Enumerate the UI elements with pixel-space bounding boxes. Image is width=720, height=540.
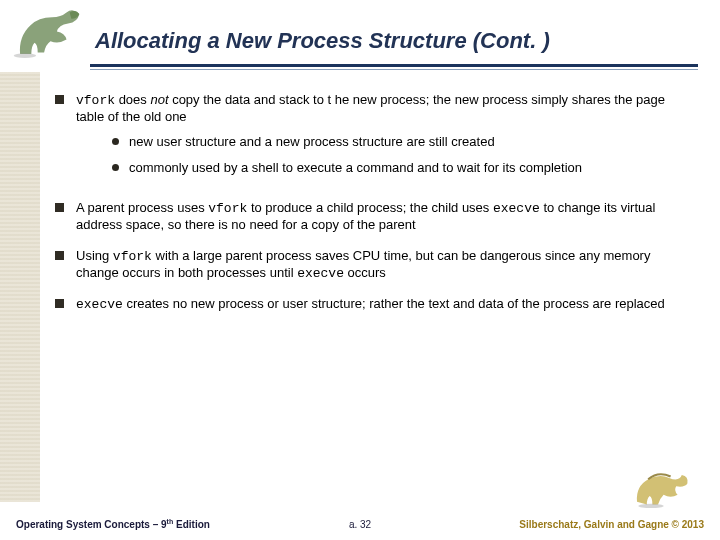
dinosaur-bottom-icon — [630, 462, 700, 512]
bullet-item: execve creates no new process or user st… — [55, 296, 690, 313]
bullet-text: Using vfork with a large parent process … — [76, 248, 690, 283]
code-span: vfork — [76, 93, 115, 108]
bullet-item: Using vfork with a large parent process … — [55, 248, 690, 283]
slide-footer: Operating System Concepts – 9th Edition … — [0, 506, 720, 540]
bullet-text: vfork does not copy the data and stack t… — [76, 92, 690, 186]
text-span: creates no new process or user structure… — [123, 296, 665, 311]
svg-point-0 — [14, 53, 36, 58]
text-span: Using — [76, 248, 113, 263]
code-span: vfork — [113, 249, 152, 264]
sub-bullet-item: commonly used by a shell to execute a co… — [112, 160, 690, 176]
title-underline — [90, 64, 698, 67]
bullet-text: A parent process uses vfork to produce a… — [76, 200, 690, 234]
side-texture-strip — [0, 72, 40, 502]
bullet-item: A parent process uses vfork to produce a… — [55, 200, 690, 234]
footer-copyright: Silberschatz, Galvin and Gagne © 2013 — [519, 519, 704, 530]
italic-span: not — [150, 92, 168, 107]
footer-left: Operating System Concepts – 9th Edition — [16, 518, 210, 530]
text-span: to produce a child process; the child us… — [247, 200, 493, 215]
bullet-item: vfork does not copy the data and stack t… — [55, 92, 690, 186]
dot-bullet-icon — [112, 164, 119, 171]
code-span: vfork — [208, 201, 247, 216]
slide-header: Allocating a New Process Structure (Cont… — [0, 0, 720, 78]
text-span: occurs — [344, 265, 386, 280]
square-bullet-icon — [55, 203, 64, 212]
bullet-text: execve creates no new process or user st… — [76, 296, 690, 313]
square-bullet-icon — [55, 251, 64, 260]
slide-title: Allocating a New Process Structure (Cont… — [95, 28, 720, 54]
title-underline-thin — [90, 69, 698, 70]
code-span: execve — [493, 201, 540, 216]
footer-text: Edition — [173, 519, 210, 530]
code-span: execve — [297, 266, 344, 281]
square-bullet-icon — [55, 299, 64, 308]
sub-bullet-text: commonly used by a shell to execute a co… — [129, 160, 582, 176]
code-span: execve — [76, 297, 123, 312]
text-span: A parent process uses — [76, 200, 208, 215]
sub-bullet-text: new user structure and a new process str… — [129, 134, 495, 150]
text-span: does — [115, 92, 150, 107]
sub-bullet-item: new user structure and a new process str… — [112, 134, 690, 150]
slide-content: vfork does not copy the data and stack t… — [55, 92, 690, 490]
square-bullet-icon — [55, 95, 64, 104]
slide-number: a. 32 — [349, 519, 371, 530]
dinosaur-top-icon — [8, 6, 93, 62]
dot-bullet-icon — [112, 138, 119, 145]
footer-text: Operating System Concepts – 9 — [16, 519, 167, 530]
sub-list: new user structure and a new process str… — [112, 134, 690, 177]
